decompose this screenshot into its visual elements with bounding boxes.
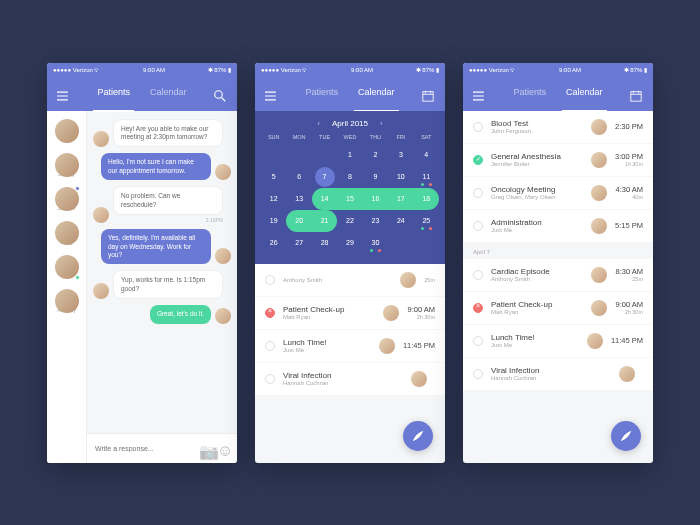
calendar-day[interactable]: 19 — [261, 210, 286, 232]
calendar-day[interactable]: 15 — [337, 188, 362, 210]
screen-calendar-month: ●●●●● Verizon ᯤ 9:00 AM ✱ 87% ▮ Patients… — [255, 63, 445, 463]
contact-avatar[interactable] — [55, 119, 79, 143]
compose-fab[interactable] — [611, 421, 641, 451]
compose-fab[interactable] — [403, 421, 433, 451]
calendar-day[interactable]: 8 — [337, 166, 362, 188]
menu-icon[interactable] — [57, 88, 71, 100]
calendar-day[interactable]: 6 — [286, 166, 311, 188]
calendar-day[interactable] — [312, 144, 337, 166]
event-row[interactable]: Cardiac EpisodeAnthony Smith 8:30 AM25m — [463, 259, 653, 291]
tab-patients[interactable]: Patients — [305, 87, 338, 101]
event-title: Patient Check-up — [283, 305, 375, 314]
event-subtitle: Just Me — [491, 342, 579, 348]
event-duration: 1h 30m — [615, 161, 643, 167]
calendar-day[interactable]: 11 — [414, 166, 439, 188]
calendar-day[interactable]: 23 — [363, 210, 388, 232]
svg-rect-1 — [423, 91, 433, 100]
message-input[interactable] — [95, 445, 193, 452]
event-status-icon — [473, 122, 483, 132]
contact-avatar[interactable] — [55, 187, 79, 211]
calendar-day[interactable]: 20 — [286, 210, 311, 232]
calendar-day[interactable]: 16 — [363, 188, 388, 210]
calendar-day[interactable]: 10 — [388, 166, 413, 188]
calendar-day[interactable]: 2 — [363, 144, 388, 166]
calendar-day[interactable]: 13 — [286, 188, 311, 210]
calendar-day[interactable]: 29 — [337, 232, 362, 254]
section-header: April 7 — [463, 243, 653, 259]
camera-icon[interactable]: 📷 — [199, 442, 211, 454]
calendar-icon[interactable] — [421, 88, 435, 100]
header: Patients Calendar — [255, 77, 445, 111]
tab-patients[interactable]: Patients — [513, 87, 546, 101]
tab-calendar[interactable]: Calendar — [566, 87, 603, 101]
calendar-day[interactable]: 27 — [286, 232, 311, 254]
event-avatar — [591, 267, 607, 283]
event-subtitle: Matt Ryan — [283, 314, 375, 320]
calendar-panel: ‹ April 2015 › SUNMONTUEWEDTHUFRISAT 123… — [255, 111, 445, 264]
event-row[interactable]: Blood TestJohn Ferguson 2:30 PM — [463, 111, 653, 143]
event-row[interactable]: Viral InfectionHannah Cochran — [255, 363, 445, 395]
event-row[interactable]: AdministrationJust Me 5:15 PM — [463, 210, 653, 242]
calendar-day[interactable]: 25 — [414, 210, 439, 232]
calendar-icon[interactable] — [629, 88, 643, 100]
calendar-day[interactable]: 3 — [388, 144, 413, 166]
event-time: 8:30 AM — [615, 267, 643, 276]
calendar-day[interactable]: 21 — [312, 210, 337, 232]
calendar-day[interactable]: 30 — [363, 232, 388, 254]
menu-icon[interactable] — [473, 88, 487, 100]
emoji-icon[interactable]: ☺ — [217, 442, 229, 454]
event-status-icon — [473, 270, 483, 280]
message-avatar — [93, 283, 109, 299]
event-avatar — [591, 185, 607, 201]
message-avatar — [93, 131, 109, 147]
prev-month[interactable]: ‹ — [317, 119, 320, 128]
menu-icon[interactable] — [265, 88, 279, 100]
calendar-day[interactable]: 24 — [388, 210, 413, 232]
event-status-icon — [473, 188, 483, 198]
tab-calendar[interactable]: Calendar — [150, 87, 187, 101]
event-duration: 25m — [615, 276, 643, 282]
event-subtitle: John Ferguson — [491, 128, 583, 134]
event-row[interactable]: Anthony Smith 25m — [255, 264, 445, 296]
contact-avatar[interactable] — [55, 255, 79, 279]
event-row[interactable]: Lunch Time!Just Me 11:45 PM — [463, 325, 653, 357]
calendar-day[interactable]: 12 — [261, 188, 286, 210]
event-avatar — [411, 371, 427, 387]
event-row[interactable]: Patient Check-upMatt Ryan 9:00 AM2h 30m — [255, 297, 445, 329]
calendar-day[interactable]: 17 — [388, 188, 413, 210]
message-avatar — [215, 248, 231, 264]
event-row[interactable]: Lunch Time!Just Me 11:45 PM — [255, 330, 445, 362]
calendar-day[interactable]: 7 — [315, 167, 335, 187]
event-time: 2:30 PM — [615, 122, 643, 131]
event-subtitle: Anthony Smith — [283, 277, 392, 283]
event-subtitle: Just Me — [491, 227, 583, 233]
calendar-day[interactable]: 14 — [312, 188, 337, 210]
event-list: Blood TestJohn Ferguson 2:30 PM General … — [463, 111, 653, 242]
calendar-day[interactable] — [414, 232, 439, 254]
calendar-day[interactable]: 1 — [337, 144, 362, 166]
event-row[interactable]: Oncology MeetingGreg Olsen, Mary Olsen 4… — [463, 177, 653, 209]
calendar-day[interactable]: 22 — [337, 210, 362, 232]
calendar-day[interactable] — [286, 144, 311, 166]
event-row[interactable]: Viral InfectionHannah Cochran — [463, 358, 653, 390]
contact-avatar[interactable] — [55, 153, 79, 177]
calendar-day[interactable] — [261, 144, 286, 166]
tab-patients[interactable]: Patients — [97, 87, 130, 101]
contact-avatar[interactable] — [55, 221, 79, 245]
calendar-day[interactable]: 9 — [363, 166, 388, 188]
message-list: Hey! Are you able to make our meeting at… — [87, 111, 237, 433]
calendar-day[interactable]: 4 — [414, 144, 439, 166]
search-icon[interactable] — [213, 88, 227, 100]
event-row[interactable]: Patient Check-upMatt Ryan 9:00 AM2h 30m — [463, 292, 653, 324]
svg-point-0 — [215, 90, 223, 98]
calendar-day[interactable]: 18 — [414, 188, 439, 210]
tab-calendar[interactable]: Calendar — [358, 87, 395, 101]
calendar-day[interactable]: 28 — [312, 232, 337, 254]
event-row[interactable]: General AnesthesiaJennifer Butler 3:00 P… — [463, 144, 653, 176]
calendar-day[interactable]: 26 — [261, 232, 286, 254]
contact-avatar[interactable] — [55, 289, 79, 313]
event-status-icon — [265, 308, 275, 318]
next-month[interactable]: › — [380, 119, 383, 128]
calendar-day[interactable] — [388, 232, 413, 254]
calendar-day[interactable]: 5 — [261, 166, 286, 188]
